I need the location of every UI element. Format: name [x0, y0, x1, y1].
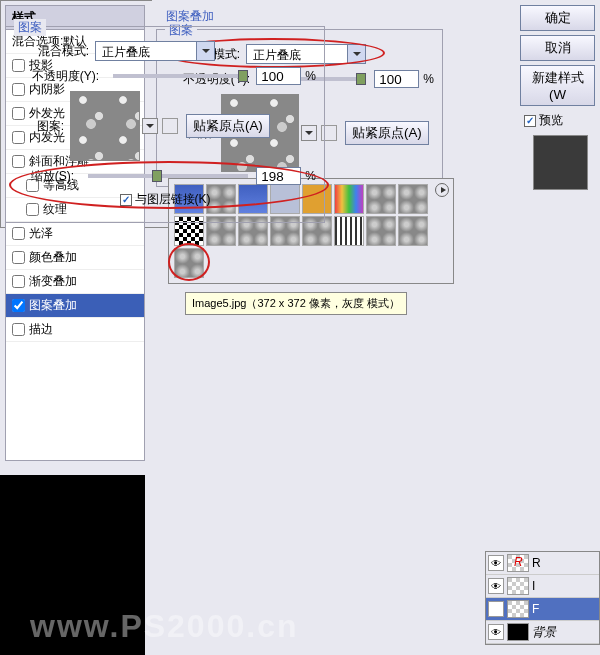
preview-swatch [533, 135, 588, 190]
pattern-picker-arrow[interactable] [142, 118, 158, 134]
flyout-menu-icon[interactable] [435, 183, 449, 197]
pattern-label: 图案: [14, 118, 64, 135]
slider-thumb[interactable] [152, 170, 162, 182]
style-satin[interactable]: 光泽 [6, 222, 144, 246]
pattern-preview[interactable] [70, 91, 140, 161]
cancel-button[interactable]: 取消 [520, 35, 595, 61]
layer-row-selected[interactable]: 👁 F [486, 598, 599, 621]
slider-thumb[interactable] [356, 73, 366, 85]
layer-thumb[interactable] [507, 600, 529, 618]
layer-row[interactable]: 👁 R R [486, 552, 599, 575]
dialog-buttons: 确定 取消 新建样式(W 预览 [520, 5, 600, 194]
pattern-thumb[interactable] [366, 184, 396, 214]
link-layer-checkbox[interactable]: 与图层链接(K) [120, 191, 211, 208]
layer-row[interactable]: 👁 背景 [486, 621, 599, 644]
scale-input[interactable] [256, 167, 301, 185]
chevron-down-icon[interactable] [196, 42, 214, 60]
opacity-input[interactable] [374, 70, 419, 88]
chevron-down-icon[interactable] [347, 45, 365, 63]
pattern-tooltip: Image5.jpg（372 x 372 像素，灰度 模式） [185, 292, 407, 315]
style-checkbox[interactable] [12, 227, 25, 240]
pattern-fieldset-2: 图案 混合模式: 正片叠底 不透明度(Y): % 图案: 贴紧原点(A) 缩放(… [5, 26, 325, 223]
visibility-icon[interactable]: 👁 [488, 578, 504, 594]
ok-button[interactable]: 确定 [520, 5, 595, 31]
pattern-thumb[interactable] [334, 216, 364, 246]
visibility-icon[interactable]: 👁 [488, 555, 504, 571]
section-title: 图案叠加 [166, 9, 214, 23]
blend-mode-label: 混合模式: [14, 43, 89, 60]
slider-thumb[interactable] [238, 70, 248, 82]
opacity-label: 不透明度(Y): [14, 68, 99, 85]
style-pattern-overlay[interactable]: 图案叠加 [6, 294, 144, 318]
opacity-input[interactable] [256, 67, 301, 85]
style-checkbox[interactable] [12, 251, 25, 264]
pattern-thumb-selected[interactable] [174, 248, 204, 278]
layer-thumb[interactable] [507, 623, 529, 641]
style-checkbox[interactable] [12, 275, 25, 288]
scale-label: 缩放(S): [14, 168, 74, 185]
layer-thumb[interactable] [507, 577, 529, 595]
blend-mode-combo[interactable]: 正片叠底 [95, 41, 215, 61]
scale-slider[interactable] [88, 174, 248, 178]
snap-origin-button[interactable]: 贴紧原点(A) [186, 114, 270, 138]
new-style-button[interactable]: 新建样式(W [520, 65, 595, 106]
style-checkbox[interactable] [12, 299, 25, 312]
watermark: www.PS2000.cn [30, 608, 298, 645]
layer-thumb[interactable]: R [507, 554, 529, 572]
preview-box [520, 135, 600, 190]
fieldset-title: 图案 [14, 19, 46, 36]
pattern-thumb[interactable] [334, 184, 364, 214]
pattern-thumb[interactable] [398, 216, 428, 246]
style-checkbox[interactable] [12, 323, 25, 336]
preview-checkbox-row[interactable]: 预览 [524, 112, 600, 129]
style-gradient-overlay[interactable]: 渐变叠加 [6, 270, 144, 294]
style-color-overlay[interactable]: 颜色叠加 [6, 246, 144, 270]
layers-panel: 👁 R R 👁 I 👁 F 👁 背景 [485, 551, 600, 645]
new-preset-icon[interactable] [162, 118, 178, 134]
layer-row[interactable]: 👁 I [486, 575, 599, 598]
opacity-slider[interactable] [113, 74, 248, 78]
style-stroke[interactable]: 描边 [6, 318, 144, 342]
snap-origin-button[interactable]: 贴紧原点(A) [345, 121, 429, 145]
pattern-thumb[interactable] [366, 216, 396, 246]
pattern-overlay-panel-2: 图案叠加 图案 混合模式: 正片叠底 不透明度(Y): % 图案: 贴紧原点(A… [0, 0, 330, 228]
pattern-thumb[interactable] [398, 184, 428, 214]
checkbox-icon[interactable] [120, 194, 132, 206]
checkbox-icon[interactable] [524, 115, 536, 127]
visibility-icon[interactable]: 👁 [488, 601, 504, 617]
visibility-icon[interactable]: 👁 [488, 624, 504, 640]
